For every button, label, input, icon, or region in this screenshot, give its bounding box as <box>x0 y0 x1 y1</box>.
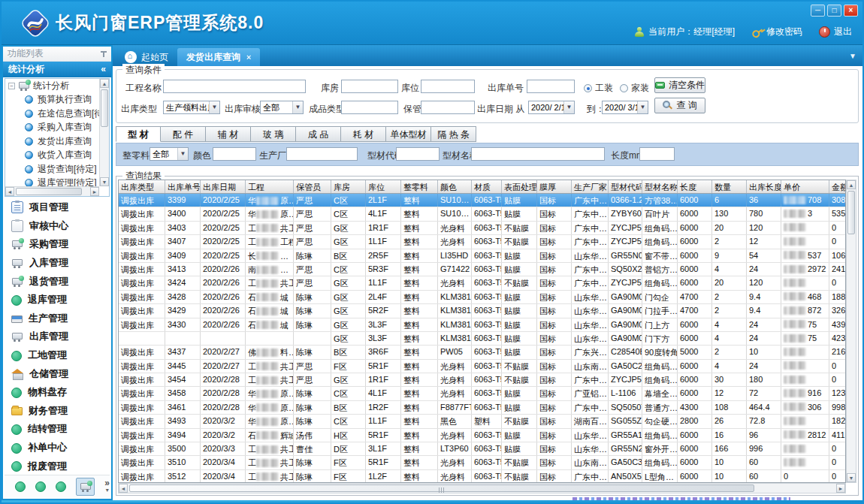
table-row[interactable]: 调拨出库35102020/3/4工共工程陈琳F区5R1F整料光身料6063-T5… <box>119 456 845 469</box>
location-input[interactable] <box>421 80 475 93</box>
product-type-input[interactable] <box>341 101 398 114</box>
color-input[interactable] <box>213 147 256 161</box>
material-tab-6[interactable]: 单体型材 <box>386 126 431 142</box>
col-header-profile_name[interactable]: 型材名称 <box>642 180 678 193</box>
table-vertical-scrollbar[interactable]: ▲ ▼ <box>846 180 856 483</box>
col-header-project[interactable]: 工程 <box>246 180 294 193</box>
tree-scroll-left[interactable]: ◄ <box>5 187 14 196</box>
col-header-film_thickness[interactable]: 膜厚 <box>537 180 572 193</box>
sidebar-item-2[interactable]: 采购管理 <box>5 235 107 254</box>
tree-item-0[interactable]: 预算执行查询 <box>5 93 109 107</box>
sidebar-item-13[interactable]: 补单中心 <box>5 439 107 457</box>
logout-button[interactable]: 退出 <box>819 26 852 38</box>
table-row[interactable]: G区3L3F整料KLM38176063-T5贴膜国标山东华…GA90M09.门下… <box>119 332 845 346</box>
table-hscroll-thumb[interactable] <box>129 484 754 492</box>
col-header-color[interactable]: 颜色 <box>438 180 472 193</box>
module-dot-icon[interactable] <box>56 481 66 492</box>
audit-select[interactable]: 全部 ▼ <box>260 101 304 114</box>
col-header-keeper[interactable]: 保管员 <box>294 180 331 193</box>
material-tab-2[interactable]: 辅 材 <box>206 126 251 142</box>
tree-item-4[interactable]: 收货入库查询 <box>5 149 109 163</box>
col-header-out_date[interactable]: 出库日期 <box>201 180 246 193</box>
keeper-input[interactable] <box>421 101 475 114</box>
table-row[interactable]: 调拨出库34942020/3/2石辉城汤伟H区5R1F整料光身料6063-T5贴… <box>119 429 845 442</box>
table-row[interactable]: 调拨出库34282020/2/26石城陈琳G区2L4F整料KLM38176063… <box>119 291 845 304</box>
clear-conditions-button[interactable]: 清空条件 <box>654 77 705 93</box>
table-row[interactable]: 调拨出库34292020/2/26石城陈琳G区5R2F整料KLM38176063… <box>119 304 845 318</box>
table-row[interactable]: 调拨出库34542020/2/28工共工程严思G区1R1F整料光身料6063-T… <box>119 373 845 387</box>
minimize-button[interactable]: ─ <box>811 5 825 17</box>
tree-hscroll-thumb[interactable] <box>16 188 82 195</box>
sidebar-item-14[interactable]: 报废管理 <box>5 457 107 473</box>
more-modules-button[interactable]: »▾ <box>104 480 110 493</box>
material-tab-5[interactable]: 耗 材 <box>341 126 386 142</box>
tree-vertical-scrollbar[interactable]: ▲ ▼ <box>99 79 109 186</box>
material-tab-4[interactable]: 成 品 <box>296 126 341 142</box>
profile-code-input[interactable] <box>396 147 440 161</box>
sidebar-item-3[interactable]: 入库管理 <box>5 254 107 273</box>
material-tab-1[interactable]: 配 件 <box>161 126 206 142</box>
table-row[interactable]: 调拨出库34932020/3/2华原…陈琳C区1L1F整料黑色塑料不贴膜国标湖南… <box>119 415 845 428</box>
length-input[interactable] <box>639 147 675 161</box>
table-row[interactable]: 调拨出库33992020/2/25华原…严思C区2L1F整料SU10…6063-… <box>119 194 845 207</box>
tree-scroll-right[interactable]: ► <box>90 187 99 196</box>
tree-scroll-thumb[interactable] <box>101 89 108 127</box>
profile-name-input[interactable] <box>471 147 605 161</box>
table-scroll-up[interactable]: ▲ <box>847 180 856 189</box>
table-row[interactable]: 调拨出库34092020/2/25长…陈琳B区2R5F整料LI35HD6063-… <box>119 249 845 263</box>
maximize-button[interactable]: □ <box>827 5 841 17</box>
table-horizontal-scrollbar[interactable]: ◄ ► <box>118 483 846 493</box>
sidebar-item-0[interactable]: 项目管理 <box>5 198 107 217</box>
tree-scroll-down[interactable]: ▼ <box>100 177 109 186</box>
col-header-manufacturer[interactable]: 生产厂家 <box>572 180 609 193</box>
date-to-select[interactable]: 2020/ 3/16 ▼ <box>602 101 648 114</box>
pin-icon[interactable] <box>101 50 107 58</box>
tree-horizontal-scrollbar[interactable]: ◄ ► <box>5 186 99 196</box>
material-tab-7[interactable]: 隔 热 条 <box>431 126 476 142</box>
sidebar-item-9[interactable]: 仓储管理 <box>5 364 107 383</box>
warehouse-input[interactable] <box>341 80 398 93</box>
table-row[interactable]: 调拨出库34452020/2/27工共工程严思F区5R1F整料光身料6063-T… <box>119 360 845 373</box>
col-header-length[interactable]: 长度 <box>678 180 712 193</box>
material-tab-0[interactable]: 型 材 <box>116 126 161 142</box>
col-header-location[interactable]: 库位 <box>366 180 401 193</box>
col-header-amount[interactable]: 金额 <box>829 180 846 193</box>
table-scroll-down[interactable]: ▼ <box>847 473 856 482</box>
col-header-order_no[interactable]: 出库单号 <box>165 180 201 193</box>
search-button[interactable]: 查 询 <box>654 98 705 113</box>
col-header-profile_code[interactable]: 型材代码 <box>609 180 642 193</box>
table-row[interactable]: 调拨出库34242020/2/26工共工程严思G区1L1F整料光身料6063-T… <box>119 276 845 290</box>
project-name-input[interactable] <box>163 80 306 93</box>
radio-home[interactable]: 家装 <box>620 82 649 95</box>
sidebar-item-11[interactable]: 财务管理 <box>5 402 107 421</box>
col-header-whole_piece[interactable]: 整零料 <box>401 180 438 193</box>
tree-root-statistics[interactable]: −统计分析 <box>5 79 109 93</box>
col-header-quantity[interactable]: 数量 <box>712 180 747 193</box>
col-header-unit_price[interactable]: 单价 <box>781 180 829 193</box>
sidebar-item-12[interactable]: 结转管理 <box>5 420 107 439</box>
date-from-select[interactable]: 2020/ 2/16 ▼ <box>528 101 575 114</box>
collapse-icon[interactable]: « <box>101 62 106 77</box>
whole-piece-select[interactable]: 全部 ▼ <box>150 147 189 161</box>
order-no-input[interactable] <box>527 80 575 93</box>
tab-list-dropdown-icon[interactable]: ▼ <box>849 52 856 60</box>
tree-item-3[interactable]: 发货出库查询 <box>5 134 109 149</box>
close-button[interactable]: × <box>844 5 858 17</box>
table-row[interactable]: 调拨出库35002020/3/3工共工程曹佳D区3L1F整料LT3P606063… <box>119 442 845 456</box>
col-header-out_length[interactable]: 出库长度 <box>747 180 781 193</box>
table-row[interactable]: 调拨出库34582020/2/28华原…陈琳C区4L1F整料光身料6063-T5… <box>119 387 845 400</box>
out-type-select[interactable]: 生产领料出库 ▼ <box>163 101 220 114</box>
module-dot-icon[interactable] <box>35 481 46 492</box>
change-password-button[interactable]: 修改密码 <box>751 26 802 38</box>
tree-scroll-up[interactable]: ▲ <box>100 79 109 88</box>
sidebar-item-7[interactable]: 出库管理 <box>5 327 107 346</box>
sidebar-item-6[interactable]: 生产管理 <box>5 309 107 328</box>
material-tab-3[interactable]: 玻 璃 <box>251 126 296 142</box>
col-header-surface[interactable]: 表面处理 <box>502 180 537 193</box>
tree-toggle-icon[interactable]: − <box>8 83 15 89</box>
sidebar-item-8[interactable]: 工地管理 <box>5 346 107 365</box>
doc-tab-1[interactable]: 发货出库查询× <box>177 48 260 66</box>
table-scroll-left[interactable]: ◄ <box>119 484 128 493</box>
statistics-module-button[interactable] <box>76 478 95 496</box>
table-row[interactable]: 调拨出库35122020/3/4工共工程陈琳F区1L2F整料光身料6063-T5… <box>119 470 845 483</box>
